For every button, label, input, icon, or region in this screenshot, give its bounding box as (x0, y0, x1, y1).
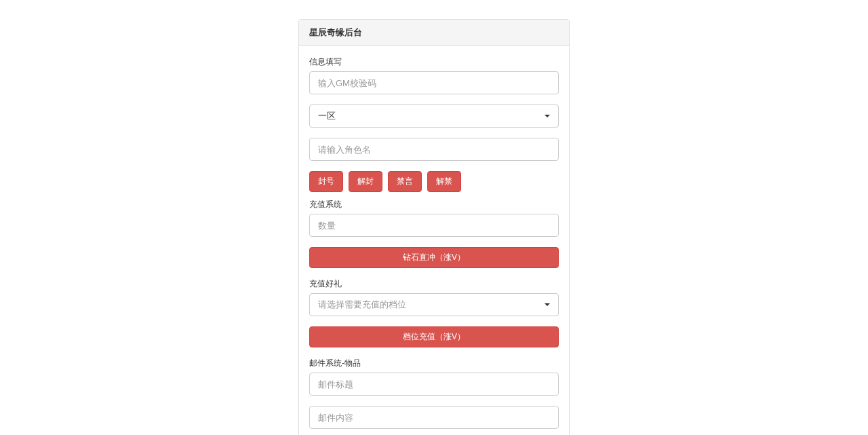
diamond-recharge-button[interactable]: 钻石直冲（涨V） (309, 247, 559, 268)
gift-section-label: 充值好礼 (309, 278, 559, 290)
mail-content-input[interactable] (309, 406, 559, 429)
panel-title: 星辰奇缘后台 (299, 20, 569, 46)
mail-title-input[interactable] (309, 373, 559, 396)
gift-tier-select-value: 请选择需要充值的档位 (318, 299, 406, 309)
recharge-section-label: 充值系统 (309, 199, 559, 210)
mute-button[interactable]: 禁言 (388, 171, 422, 192)
server-select[interactable]: 一区 (309, 105, 559, 128)
admin-panel: 星辰奇缘后台 信息填写 一区 封号 解封 禁言 解禁 充值系统 (298, 19, 570, 435)
ban-button[interactable]: 封号 (309, 171, 343, 192)
mail-section-label: 邮件系统-物品 (309, 358, 559, 369)
chevron-down-icon (545, 303, 550, 306)
recharge-qty-input[interactable] (309, 214, 559, 237)
gift-tier-select[interactable]: 请选择需要充值的档位 (309, 293, 559, 316)
panel-body: 信息填写 一区 封号 解封 禁言 解禁 充值系统 钻石直冲（涨V） (299, 46, 569, 435)
tier-recharge-button[interactable]: 档位充值（涨V） (309, 326, 559, 347)
info-section-label: 信息填写 (309, 56, 559, 68)
unmute-button[interactable]: 解禁 (427, 171, 461, 192)
server-select-value: 一区 (318, 111, 336, 121)
unban-button[interactable]: 解封 (349, 171, 382, 192)
role-name-input[interactable] (309, 138, 559, 161)
gm-code-input[interactable] (309, 71, 559, 94)
chevron-down-icon (545, 115, 550, 117)
